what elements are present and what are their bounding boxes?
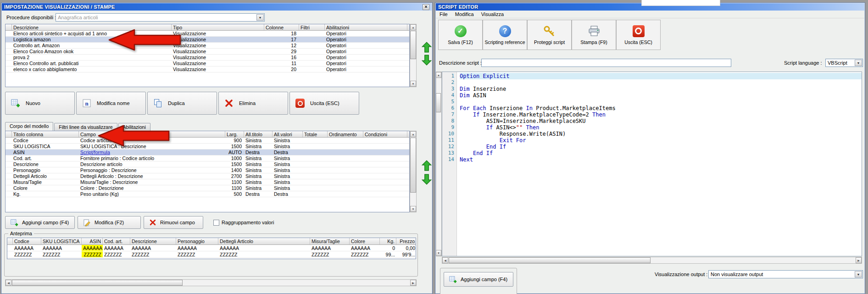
table-cell[interactable] bbox=[328, 179, 363, 185]
table-cell[interactable]: Sinistra bbox=[244, 155, 273, 161]
code-line[interactable]: Dim Inserzione bbox=[460, 86, 862, 92]
menu-modifica[interactable]: Modifica bbox=[451, 11, 478, 17]
row-marker[interactable] bbox=[6, 61, 12, 66]
scroll-thumb[interactable] bbox=[410, 31, 416, 59]
chevron-down-icon[interactable]: ▼ bbox=[256, 14, 264, 21]
proteggi-script-button[interactable]: Proteggi script bbox=[527, 20, 572, 50]
table-cell[interactable]: 1100 bbox=[225, 179, 244, 185]
table-cell[interactable]: Dettegli Articolo bbox=[12, 173, 79, 179]
code-line[interactable]: Next bbox=[460, 156, 862, 163]
table-row[interactable]: PersonaggioPersonaggio : Descrizione1400… bbox=[6, 167, 409, 173]
rimuovi-campo-button[interactable]: Rimuovi campo bbox=[144, 216, 203, 229]
row-marker[interactable] bbox=[6, 49, 12, 54]
column-header[interactable]: ASIN bbox=[82, 238, 103, 244]
impostazione-titlebar[interactable]: IMPOSTAZIONE VISUALIZZAZIONI / STAMPE ✕ bbox=[2, 3, 432, 11]
table-cell[interactable]: Visualizzazione bbox=[172, 61, 264, 66]
table-cell[interactable]: Dettegli Articolo : Descrizione bbox=[79, 173, 225, 179]
uscita-button[interactable]: Uscita (ESC) bbox=[289, 92, 359, 115]
table-cell[interactable]: Codice bbox=[12, 138, 79, 143]
modifica-campo-button[interactable]: Modifica (F2) bbox=[78, 216, 141, 229]
table-cell[interactable]: Operatori bbox=[325, 37, 407, 42]
table-cell[interactable]: Sinistra bbox=[273, 161, 303, 167]
nuovo-button[interactable]: Nuovo bbox=[5, 92, 75, 115]
table-cell[interactable]: 1400 bbox=[225, 167, 244, 173]
visualizzazione-output-combo[interactable]: Non visualizzare output ▼ bbox=[708, 270, 863, 278]
table-cell[interactable]: 1500 bbox=[225, 144, 244, 149]
scroll-down-icon[interactable]: ▼ bbox=[410, 81, 416, 87]
column-header[interactable]: Abilitazioni bbox=[325, 24, 407, 30]
table-cell[interactable]: 20 bbox=[264, 67, 299, 72]
raggruppamento-checkbox[interactable] bbox=[213, 220, 219, 226]
stampa-button[interactable]: Stampa (F9) bbox=[572, 20, 616, 50]
table-cell[interactable]: Descrizione articolo bbox=[79, 161, 225, 167]
code-lines[interactable]: Option ExplicitDim InserzioneDim ASINFor… bbox=[457, 72, 862, 256]
table-cell[interactable]: Destra bbox=[244, 191, 273, 197]
row-marker[interactable] bbox=[6, 173, 12, 179]
table-row[interactable]: Kg.Peso unitario (Kg)500DestraDestra bbox=[6, 191, 409, 197]
table-cell[interactable]: Colore bbox=[12, 185, 79, 191]
code-line[interactable]: If Inserzione.MarketplaceTypeCode=2 Then bbox=[460, 111, 862, 118]
row-marker[interactable] bbox=[6, 191, 12, 197]
table-cell[interactable] bbox=[303, 161, 328, 167]
table-cell[interactable]: Operatori bbox=[325, 67, 407, 72]
table-cell[interactable]: Elenco Controllo art. pubblicati bbox=[12, 61, 172, 66]
table-cell[interactable] bbox=[299, 49, 325, 54]
table-cell[interactable] bbox=[299, 37, 325, 42]
table-cell[interactable]: ZZZZZZ bbox=[350, 251, 380, 257]
table-cell[interactable] bbox=[303, 138, 328, 143]
close-icon[interactable]: ✕ bbox=[423, 4, 429, 10]
table-row[interactable]: CodiceCodice articolo900SinistraSinistra bbox=[6, 138, 409, 144]
column-header[interactable]: Larg. bbox=[225, 131, 244, 137]
table-cell[interactable] bbox=[363, 185, 407, 191]
table-cell[interactable]: ZZZZZZ bbox=[13, 251, 41, 257]
table-cell[interactable] bbox=[299, 31, 325, 36]
table-cell[interactable]: Operatori bbox=[325, 55, 407, 60]
code-line[interactable]: If ASIN<>"" Then bbox=[460, 124, 862, 131]
table-cell[interactable]: Sinistra bbox=[273, 144, 303, 149]
column-header[interactable]: Filtri bbox=[299, 24, 325, 30]
table-cell[interactable] bbox=[303, 150, 328, 155]
table-cell[interactable] bbox=[328, 161, 363, 167]
anteprima-hscrollbar[interactable]: ◀ ▶ bbox=[5, 279, 417, 286]
table-cell[interactable]: 12 bbox=[264, 43, 299, 48]
chevron-down-icon[interactable]: ▼ bbox=[855, 60, 862, 66]
row-marker[interactable] bbox=[6, 37, 12, 42]
table-cell[interactable]: Sinistra bbox=[244, 173, 273, 179]
column-header[interactable]: Titolo colonna bbox=[12, 131, 79, 137]
column-header[interactable]: Tipo bbox=[172, 24, 264, 30]
code-line[interactable]: End If bbox=[460, 150, 862, 156]
table-cell[interactable]: elenco x carico abbigliamento bbox=[12, 67, 172, 72]
table-cell[interactable]: 11 bbox=[264, 61, 299, 66]
table-cell[interactable]: 1100 bbox=[225, 185, 244, 191]
table-cell[interactable]: ZZZZZZ bbox=[41, 251, 82, 257]
scroll-down-icon[interactable]: ▼ bbox=[436, 250, 441, 256]
table-cell[interactable] bbox=[328, 138, 363, 143]
table-cell[interactable]: Destra bbox=[273, 150, 303, 155]
elimina-button[interactable]: Elimina bbox=[218, 92, 288, 115]
table-row[interactable]: Elenco Controllo art. pubblicatiVisualiz… bbox=[6, 61, 409, 67]
table-cell[interactable] bbox=[299, 43, 325, 48]
table-cell[interactable] bbox=[328, 155, 363, 161]
table-row[interactable]: SKU LOGISTICASKU LOGISTICA : Descrizione… bbox=[6, 144, 409, 150]
row-marker[interactable] bbox=[6, 43, 12, 48]
table-row[interactable]: AAAAAAAAAAAAAAAAAAAAAAAAAAAAAAAAAAAAAAAA… bbox=[7, 245, 416, 251]
table-cell[interactable]: Visualizzazione bbox=[172, 67, 264, 72]
descrizione-script-input[interactable] bbox=[481, 59, 731, 67]
field-move-down-button[interactable] bbox=[422, 174, 432, 185]
code-line[interactable]: For Each Inserzione In Product.Marketpla… bbox=[460, 105, 862, 111]
table-cell[interactable] bbox=[303, 185, 328, 191]
row-marker[interactable] bbox=[6, 150, 12, 155]
table-cell[interactable]: 99... bbox=[380, 251, 396, 257]
table-cell[interactable]: Sinistra bbox=[244, 167, 273, 173]
scroll-thumb[interactable] bbox=[436, 93, 441, 112]
column-header[interactable]: SKU LOGISTICA bbox=[41, 238, 82, 244]
table-cell[interactable]: ZZZZZZ bbox=[103, 251, 130, 257]
column-header[interactable]: All.titolo bbox=[244, 131, 273, 137]
table-cell[interactable]: AAAAAA bbox=[41, 245, 82, 251]
scroll-up-icon[interactable]: ▲ bbox=[410, 131, 416, 137]
table-cell[interactable]: AAAAAA bbox=[13, 245, 41, 251]
table-cell[interactable] bbox=[303, 173, 328, 179]
table-cell[interactable]: ASIN bbox=[12, 150, 79, 155]
column-header[interactable]: Ordinamento bbox=[328, 131, 363, 137]
column-header[interactable]: Cod. art. bbox=[103, 238, 130, 244]
